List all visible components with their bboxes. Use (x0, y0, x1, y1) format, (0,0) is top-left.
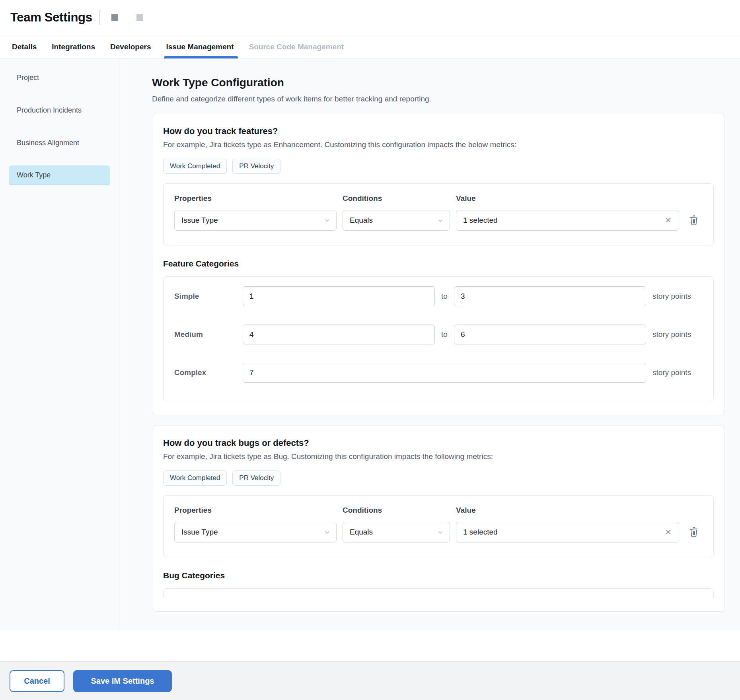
complex-from-input[interactable] (243, 363, 646, 383)
page-title: Work Type Configuration (152, 76, 725, 89)
value-multiselect[interactable]: 1 selected ✕ (456, 210, 679, 231)
tab-integrations[interactable]: Integrations (52, 35, 95, 58)
features-card-description: For example, Jira tickets type as Enhanc… (163, 140, 714, 149)
property-select[interactable]: Issue Type (174, 522, 337, 542)
cancel-button[interactable]: Cancel (10, 670, 64, 692)
value-column-label: Value (456, 506, 679, 515)
features-card-title: How do you track features? (163, 126, 714, 136)
properties-column-label: Properties (174, 506, 337, 515)
metric-chip-work-completed: Work Completed (163, 159, 227, 174)
medium-to-input[interactable] (454, 325, 646, 344)
story-points-label: story points (652, 330, 703, 339)
category-row-medium: Medium to story points (174, 325, 703, 344)
category-label: Simple (174, 292, 243, 301)
tab-developers[interactable]: Developers (110, 35, 151, 58)
simple-from-input[interactable] (243, 286, 435, 306)
delete-filter-row-button[interactable] (685, 527, 703, 537)
placeholder-square-icon (111, 14, 118, 21)
tab-details[interactable]: Details (12, 35, 37, 58)
chevron-down-icon (323, 217, 331, 224)
footer-bar: Cancel Save IM Settings (0, 661, 740, 700)
medium-from-input[interactable] (243, 325, 435, 344)
bugs-metric-chips: Work Completed PR Velocity (163, 471, 714, 486)
trash-icon (689, 527, 699, 537)
condition-select[interactable]: Equals (343, 522, 450, 542)
bugs-card-description: For example, Jira tickets type as Bug. C… (163, 452, 714, 461)
app-title: Team Settings (10, 10, 92, 25)
chevron-down-icon (437, 217, 444, 224)
placeholder-square-icon (136, 14, 143, 21)
metric-chip-pr-velocity: PR Velocity (232, 159, 280, 174)
category-row-complex: Complex story points (174, 363, 703, 383)
features-filter-panel: Properties Conditions Value Issue Type E… (163, 183, 714, 245)
to-label: to (441, 292, 448, 301)
category-label: Complex (174, 368, 243, 377)
footer-spacer (0, 630, 740, 661)
property-select[interactable]: Issue Type (174, 210, 337, 231)
tab-source-code-management[interactable]: Source Code Management (249, 35, 344, 58)
feature-categories-title: Feature Categories (163, 259, 714, 268)
team-settings-page: Team Settings Details Integrations Devel… (0, 0, 740, 700)
active-tab-underline (164, 56, 238, 58)
save-im-settings-button[interactable]: Save IM Settings (73, 670, 172, 692)
conditions-column-label: Conditions (343, 506, 450, 515)
story-points-label: story points (652, 368, 703, 377)
settings-sidebar: Project Production Incidents Business Al… (0, 59, 119, 630)
conditions-column-label: Conditions (343, 194, 450, 203)
value-multiselect[interactable]: 1 selected ✕ (456, 522, 679, 542)
story-points-label: story points (652, 292, 703, 301)
delete-filter-row-button[interactable] (685, 215, 703, 226)
tab-issue-management[interactable]: Issue Management (166, 35, 234, 58)
sidebar-item-production-incidents[interactable]: Production Incidents (9, 100, 110, 120)
title-divider (99, 10, 100, 25)
metric-chip-work-completed: Work Completed (163, 471, 227, 486)
category-row-simple: Simple to story points (174, 286, 703, 306)
clear-value-icon[interactable]: ✕ (663, 527, 673, 538)
sidebar-item-project[interactable]: Project (9, 68, 110, 88)
feature-categories-panel: Simple to story points Medium to (163, 276, 714, 401)
to-label: to (441, 330, 448, 339)
value-column-label: Value (456, 194, 679, 203)
features-card: How do you track features? For example, … (152, 114, 725, 415)
bugs-filter-panel: Properties Conditions Value Issue Type E… (163, 495, 714, 557)
chevron-down-icon (437, 529, 444, 536)
metric-chip-pr-velocity: PR Velocity (232, 471, 280, 486)
condition-select[interactable]: Equals (343, 210, 450, 231)
bugs-card-title: How do you track bugs or defects? (163, 438, 714, 448)
page-subtitle: Define and categorize different types of… (152, 95, 725, 103)
properties-column-label: Properties (174, 194, 337, 203)
bug-categories-title: Bug Categories (163, 571, 714, 580)
settings-body: Project Production Incidents Business Al… (0, 58, 740, 630)
trash-icon (689, 215, 699, 226)
work-type-main: Work Type Configuration Define and categ… (119, 59, 740, 630)
features-metric-chips: Work Completed PR Velocity (163, 159, 714, 174)
clear-value-icon[interactable]: ✕ (663, 215, 673, 226)
simple-to-input[interactable] (454, 286, 646, 306)
sidebar-item-work-type[interactable]: Work Type (9, 165, 110, 185)
settings-tabbar: Details Integrations Developers Issue Ma… (0, 35, 740, 58)
page-header: Team Settings (0, 0, 740, 35)
bug-categories-panel (163, 588, 714, 598)
chevron-down-icon (323, 529, 331, 536)
category-label: Medium (174, 330, 243, 339)
sidebar-item-business-alignment[interactable]: Business Alignment (9, 133, 110, 153)
bugs-card: How do you track bugs or defects? For ex… (152, 426, 725, 612)
